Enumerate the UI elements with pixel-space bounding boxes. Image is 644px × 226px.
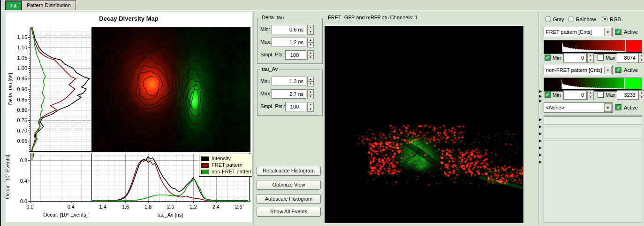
tau-max-label: Max: [260,91,272,96]
channel-1-histogram-strip[interactable] [544,40,642,54]
legend-label: Intensity [212,156,231,161]
tau-smpl-field[interactable]: 100 [285,102,306,111]
channel-2-min-label: Min [553,92,561,98]
tau-min-field[interactable]: 1.3 ns [272,77,306,86]
legend-item-nonfret: non-FRET pattern [201,169,250,175]
radio-rainbow-label: Rainbow [576,16,596,22]
delta-smpl-field[interactable]: 100 [285,50,306,60]
tab-pattern-distribution[interactable]: Pattern Distribution [22,0,76,10]
spin-down-icon[interactable]: ▼ [587,95,594,100]
channel-2-min-spinner[interactable]: ▲▼ [587,90,594,100]
row-expander-icon[interactable]: ▶ [539,153,542,157]
row-expander-icon[interactable]: ▶ [539,146,542,150]
channel-1-active-checkbox[interactable]: ✔ [615,29,621,35]
tau-smpl-label: Smpl. Pts.: [260,103,285,109]
row-expander-icon[interactable]: ▶ [539,160,542,164]
channel-2-max-label: Max [606,92,615,98]
spin-down-icon[interactable]: ▼ [307,42,314,47]
tau-max-spinner[interactable]: ▲▼ [307,89,314,99]
radio-rgb-label: RGB [610,16,621,22]
right-panel-workspace [544,140,642,223]
channel-1-max-checkbox[interactable] [598,55,604,61]
tau-min-spinner[interactable]: ▲▼ [307,77,314,86]
tau-min-label: Min: [260,78,270,84]
row-expander-icon[interactable]: ▶ [539,139,542,143]
image-header: FRET_GFP and mRFP.ptu Channels: 1 [328,15,418,20]
channel-2-min-checkbox[interactable]: ✔ [545,92,551,98]
channel-1-select[interactable]: FRET pattern [Cnts] ▼ [544,27,613,37]
spin-down-icon[interactable]: ▼ [587,58,594,63]
spin-down-icon[interactable]: ▼ [638,58,644,63]
channel-2-min-field[interactable]: 0 [563,90,587,100]
legend-swatch-intensity [201,156,209,161]
spin-down-icon[interactable]: ▼ [307,81,314,86]
channel-2-max-spinner[interactable]: ▲▼ [638,90,644,100]
channel-3-active-checkbox[interactable]: ✔ [615,104,621,110]
spin-down-icon[interactable]: ▼ [307,94,314,99]
channel-1-min-spinner[interactable]: ▲▼ [587,53,594,62]
channel-3-histogram-placeholder [544,116,642,125]
channel-3-select[interactable]: <None> ▼ [544,102,613,113]
channel-1-name: FRET pattern [Cnts] [546,29,592,35]
delta-tau-group: Delta_tau Min: 0.6 ns ▲▼ Max: 1.2 ns ▲▼ … [257,18,323,64]
radio-gray-label: Gray [553,16,564,22]
radio-rainbow[interactable] [568,16,574,22]
spin-down-icon[interactable]: ▼ [638,95,644,100]
spin-down-icon[interactable]: ▼ [307,30,314,35]
row-expander-icon[interactable]: ▶ [539,132,542,136]
optimize-view-button[interactable]: Optimize View [257,180,321,190]
row-expander-icon[interactable]: ▶ [539,118,542,122]
legend-swatch-fret [201,163,209,168]
legend-item-intensity: Intensity [201,156,250,162]
channel-2-max-field[interactable]: 3233 [617,90,638,100]
delta-max-spinner[interactable]: ▲▼ [307,38,314,47]
delta-smpl-spinner[interactable]: ▲▼ [307,50,314,60]
channel-2-active-checkbox[interactable]: ✔ [615,67,621,73]
channel-3-name: <None> [546,105,564,110]
chevron-down-icon[interactable]: ▼ [604,103,612,112]
tau-av-group: tau_Av Min: 1.3 ns ▲▼ Max: 2.7 ns ▲▼ Smp… [257,70,323,116]
channel-2-active-label: Active [624,67,638,73]
panel-divider [253,11,254,224]
row-expander-icon[interactable]: ▶ [539,99,542,103]
channel-1-min-checkbox[interactable]: ✔ [545,55,551,61]
decay-diversity-plot[interactable] [6,12,252,222]
chart-legend: Intensity FRET pattern non-FRET pattern [199,154,252,177]
tab-fit[interactable]: Fit [5,0,22,10]
spin-down-icon[interactable]: ▼ [307,55,314,60]
autoscale-histogram-button[interactable]: Autoscale Histogram [257,194,321,204]
chart-title: Decay Diversity Map [6,15,252,22]
show-all-events-button[interactable]: Show All Events [257,207,321,217]
channel-2-select[interactable]: non-FRET pattern [Cnts] ▼ [544,65,613,75]
radio-rgb[interactable] [602,16,608,22]
right-panel-empty-box [544,126,642,139]
tau-smpl-spinner[interactable]: ▲▼ [307,102,314,111]
cell-image-view[interactable] [325,26,523,223]
delta-max-label: Max: [260,39,272,45]
pattern-distribution-window: Fit Pattern Distribution Decay Diversity… [0,0,644,226]
legend-label: non-FRET pattern [212,169,253,174]
channel-1-min-label: Min [553,55,561,61]
channel-3-active-label: Active [624,105,638,110]
row-expander-icon[interactable]: ▶ [539,94,542,98]
row-expander-icon[interactable]: ▶ [539,90,542,94]
delta-tau-group-label: Delta_tau [260,15,285,20]
decay-diversity-panel: Decay Diversity Map Intensity FRET patte… [6,12,252,222]
channel-2-histogram-strip[interactable] [544,78,642,92]
channel-1-min-field[interactable]: 0 [563,53,587,62]
delta-min-spinner[interactable]: ▲▼ [307,25,314,34]
recalculate-histogram-button[interactable]: Recalculate Histogram [257,166,321,176]
tau-max-field[interactable]: 2.7 ns [272,89,306,99]
channel-2-max-checkbox[interactable] [598,92,604,98]
delta-max-field[interactable]: 1.2 ns [272,38,306,47]
row-expander-icon[interactable]: ▶ [539,125,542,129]
delta-min-field[interactable]: 0.6 ns [272,25,306,34]
spin-down-icon[interactable]: ▼ [307,107,314,112]
tab-bar: Fit Pattern Distribution [1,0,644,11]
tau-av-group-label: tau_Av [260,66,279,72]
radio-gray[interactable] [545,16,551,22]
channel-1-max-field[interactable]: 8074 [617,53,638,62]
channel-1-max-spinner[interactable]: ▲▼ [638,53,644,62]
chevron-down-icon[interactable]: ▼ [604,28,612,36]
chevron-down-icon[interactable]: ▼ [604,66,612,74]
